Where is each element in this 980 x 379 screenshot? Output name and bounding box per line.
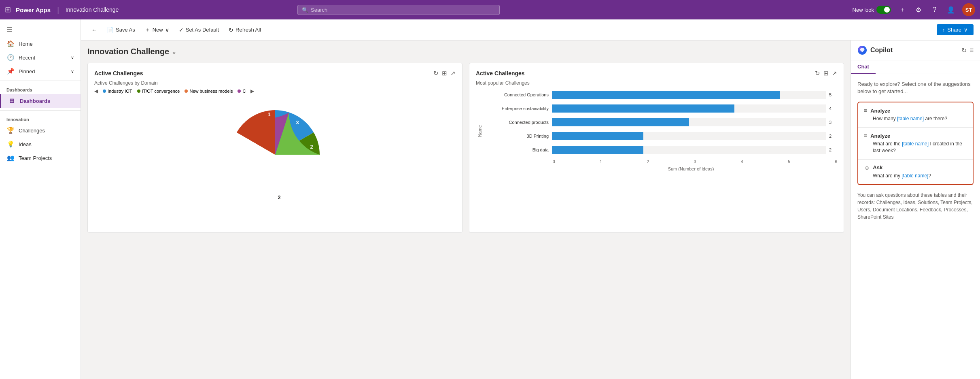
sidebar-pinned-label: Pinned — [19, 68, 35, 75]
suggestion-2-icon: ≡ — [864, 132, 867, 139]
save-as-icon: 📄 — [107, 27, 114, 33]
pie-expand-icon[interactable]: ⊞ — [442, 70, 447, 77]
sidebar-item-team-projects[interactable]: 👥 Team Projects — [0, 151, 81, 165]
help-icon[interactable]: ? — [930, 6, 940, 13]
bar-chart-inner: Connected Operations 5 Enterprise sustai… — [484, 91, 837, 171]
pie-chart-subtitle: Active Challenges by Domain — [94, 80, 456, 86]
pinned-icon: 📌 — [6, 68, 15, 75]
sidebar-item-recent[interactable]: 🕐 Recent ∨ — [0, 51, 81, 64]
suggestion-3-link[interactable]: [table name] — [902, 173, 928, 179]
copilot-logo — [857, 45, 867, 55]
search-box[interactable]: 🔍 — [297, 5, 500, 15]
copilot-header-icons: ↻ ≡ — [961, 47, 974, 54]
new-chevron-icon: ∨ — [165, 27, 169, 33]
sidebar-item-dashboards[interactable]: ⊞ Dashboards — [0, 94, 81, 108]
sidebar-collapse-btn[interactable]: ☰ — [0, 23, 81, 37]
bar-row-2: Connected products 3 — [484, 118, 837, 126]
waffle-icon[interactable]: ⊞ — [5, 5, 11, 14]
suggestion-1[interactable]: ≡ Analyze How many [table name] are ther… — [858, 102, 973, 128]
suggestion-3[interactable]: ☺ Ask What are my [table name]? — [858, 160, 973, 184]
bar-chart-title: Active Challenges — [476, 70, 525, 77]
bar-track-1 — [552, 104, 826, 113]
pie-fullscreen-icon[interactable]: ↗ — [450, 70, 456, 77]
legend-dot-4 — [238, 89, 241, 93]
pie-refresh-icon[interactable]: ↻ — [433, 70, 439, 77]
pie-chart-icons: ↻ ⊞ ↗ — [433, 70, 456, 77]
bar-fullscreen-icon[interactable]: ↗ — [832, 70, 837, 77]
legend-dot-1 — [103, 89, 106, 93]
plus-icon[interactable]: ＋ — [897, 6, 907, 14]
sidebar-item-challenges[interactable]: 🏆 Challenges — [0, 123, 81, 137]
charts-row: Active Challenges ↻ ⊞ ↗ Active Challenge… — [87, 63, 844, 233]
home-icon: 🏠 — [6, 40, 15, 47]
x-axis-ticks: 0 1 2 3 4 5 6 — [484, 160, 837, 164]
checkmark-icon: ✓ — [179, 27, 184, 33]
pie-label-2b: 2 — [306, 162, 309, 168]
sidebar-item-ideas[interactable]: 💡 Ideas — [0, 137, 81, 151]
legend-next-icon[interactable]: ▶ — [250, 88, 254, 94]
suggestion-3-title: Ask — [873, 164, 882, 170]
bar-refresh-icon[interactable]: ↻ — [815, 70, 820, 77]
suggestion-1-header: ≡ Analyze — [864, 107, 967, 114]
set-as-default-button[interactable]: ✓ Set As Default — [175, 24, 223, 36]
pie-label-2: 2 — [310, 144, 313, 150]
share-chevron-icon: ∨ — [964, 27, 968, 33]
pie-label-1: 1 — [267, 111, 270, 117]
suggestion-3-header: ☺ Ask — [864, 164, 967, 171]
search-input[interactable] — [311, 7, 495, 13]
account-icon[interactable]: 👤 — [946, 6, 956, 14]
sidebar-ideas-label: Ideas — [19, 141, 32, 147]
sidebar-challenges-label: Challenges — [19, 128, 45, 134]
suggestion-2-header: ≡ Analyze — [864, 132, 967, 139]
pie-chart-title: Active Challenges — [94, 70, 143, 77]
bar-track-2 — [552, 118, 826, 126]
new-button[interactable]: ＋ New ∨ — [141, 24, 173, 36]
new-look-switch[interactable] — [876, 6, 891, 14]
tab-chat[interactable]: Chat — [851, 60, 876, 74]
avatar[interactable]: ST — [962, 3, 975, 16]
dashboard-area: Innovation Challenge ⌄ Active Challenges… — [81, 40, 980, 379]
bar-row-3: 3D Printing 2 — [484, 132, 837, 140]
refresh-all-button[interactable]: ↻ Refresh All — [225, 24, 265, 36]
bar-value-1: 4 — [829, 106, 837, 111]
copilot-tabs: Chat — [851, 60, 980, 74]
legend-prev-icon[interactable]: ◀ — [94, 88, 98, 94]
bar-expand-icon[interactable]: ⊞ — [823, 70, 829, 77]
sidebar-divider-2 — [0, 110, 81, 111]
pie-label-1b: 1 — [242, 118, 245, 124]
copilot-refresh-icon[interactable]: ↻ — [961, 47, 967, 54]
copilot-settings-icon[interactable]: ≡ — [970, 47, 974, 54]
share-icon: ↑ — [942, 27, 945, 33]
challenges-icon: 🏆 — [6, 127, 15, 134]
top-nav-right: New look ＋ ⚙ ? 👤 ST — [853, 3, 975, 16]
sidebar-item-pinned[interactable]: 📌 Pinned ∨ — [0, 64, 81, 78]
legend-dot-3 — [185, 89, 188, 93]
bar-chart-header: Active Challenges ↻ ⊞ ↗ — [476, 70, 837, 77]
sidebar-item-home[interactable]: 🏠 Home — [0, 37, 81, 51]
pie-chart-svg: 3 2 2 1 1 2 — [223, 102, 328, 207]
bar-track-4 — [552, 146, 826, 154]
back-button[interactable]: ← — [87, 24, 101, 36]
dashboard-title-chevron[interactable]: ⌄ — [172, 49, 176, 55]
copilot-footer: You can ask questions about these tables… — [857, 192, 974, 221]
nav-page-title: Innovation Challenge — [66, 6, 119, 13]
copilot-title-wrapper: Copilot — [857, 45, 893, 55]
settings-icon[interactable]: ⚙ — [914, 6, 923, 14]
suggestion-1-link[interactable]: [table name] — [897, 116, 924, 121]
legend-dot-2 — [137, 89, 140, 93]
share-button[interactable]: ↑ Share ∨ — [937, 24, 974, 35]
pie-label-3: 3 — [296, 119, 299, 126]
sidebar-home-label: Home — [19, 41, 33, 47]
sidebar-dashboards-section: Dashboards — [0, 83, 81, 94]
new-label: New — [153, 27, 163, 33]
bar-fill-1 — [552, 104, 734, 113]
bar-value-4: 2 — [829, 147, 837, 152]
legend-item-4: C — [238, 89, 246, 94]
new-look-toggle[interactable]: New look — [853, 6, 891, 14]
legend-item-3: New business models — [185, 89, 233, 94]
suggestion-2-link[interactable]: [table name] — [902, 141, 929, 147]
suggestion-2[interactable]: ≡ Analyze What are the [table name] I cr… — [858, 128, 973, 160]
dashboard-title: Innovation Challenge ⌄ — [87, 47, 844, 56]
save-as-button[interactable]: 📄 Save As — [103, 24, 139, 36]
legend-item-2: IT/OT convergence — [137, 89, 180, 94]
